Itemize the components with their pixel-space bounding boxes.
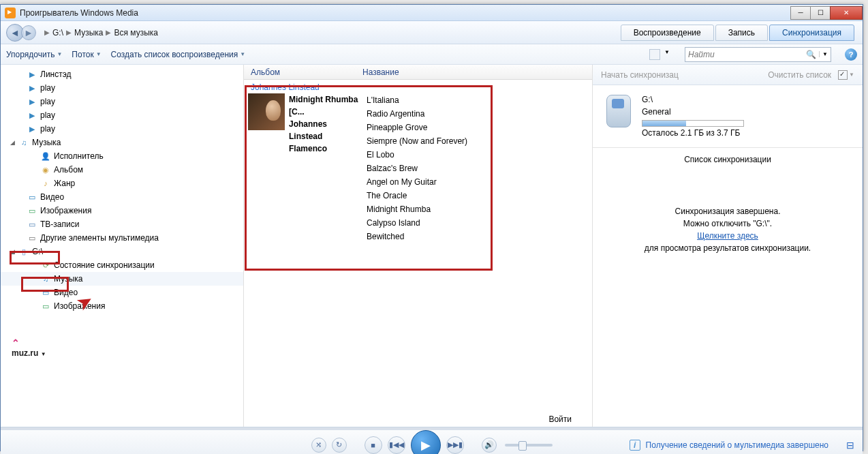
sidebar-item-genre[interactable]: ♪Жанр [1, 177, 243, 190]
tv-icon: ▭ [27, 220, 37, 229]
forward-button[interactable]: ► [21, 25, 36, 40]
column-album[interactable]: Альбом [244, 67, 360, 77]
sidebar-item-play[interactable]: ▶play [1, 81, 243, 95]
sidebar-item-device-music[interactable]: ♫Музыка [1, 272, 243, 286]
search-icon[interactable]: 🔍 [806, 50, 816, 59]
folder-icon: ▭ [27, 233, 37, 243]
sync-done-text: Синхронизация завершена. [606, 205, 849, 217]
crumb-drive[interactable]: G:\ [52, 28, 63, 37]
sidebar-item-pictures[interactable]: ▭Изображения [1, 204, 243, 217]
expand-icon[interactable]: ◢ [10, 139, 18, 146]
track-item[interactable]: Pineapple Grove [367, 121, 588, 134]
search-input[interactable] [688, 50, 806, 59]
playlist-icon: ▶ [27, 97, 37, 106]
video-icon: ▭ [40, 288, 51, 297]
sidebar-item-artist[interactable]: 👤Исполнитель [1, 149, 243, 163]
sidebar-item-linstead[interactable]: ▶Линстэд [1, 67, 243, 81]
switch-view-button[interactable]: ⊟ [846, 440, 854, 451]
sync-list-title: Список синхронизации [593, 147, 863, 171]
sync-status: Синхронизация завершена. Можно отключить… [593, 171, 863, 254]
track-item[interactable]: Bewitched [367, 230, 588, 243]
clear-list-button[interactable]: Очистить список [768, 70, 831, 80]
picture-icon: ▭ [40, 301, 51, 311]
sidebar-item-play[interactable]: ▶play [1, 108, 243, 122]
track-item[interactable]: El Lobo [367, 148, 588, 162]
sidebar-item-video[interactable]: ▭Видео [1, 190, 243, 204]
chevron-down-icon[interactable]: ▼ [664, 49, 675, 60]
sidebar-item-other[interactable]: ▭Другие элементы мультимедиа [1, 231, 243, 245]
create-playlist-button[interactable]: Создать список воспроизведения▼ [111, 50, 246, 59]
track-item[interactable]: The Oracle [367, 189, 588, 202]
person-icon: 👤 [40, 151, 51, 161]
breadcrumb[interactable]: ▶ G:\ ▶ Музыка ▶ Вся музыка [44, 28, 158, 37]
click-here-link[interactable]: Щелкните здесь [697, 231, 758, 241]
sidebar-item-syncstatus[interactable]: ⟳Состояние синхронизации [1, 258, 243, 272]
stop-button[interactable]: ■ [365, 436, 382, 454]
device-icon: ▯ [18, 247, 29, 256]
album-art[interactable] [248, 93, 285, 130]
chevron-down-icon[interactable]: ▼ [849, 72, 854, 78]
checkbox-icon[interactable] [838, 70, 848, 80]
repeat-button[interactable]: ↻ [332, 438, 347, 453]
organize-button[interactable]: Упорядочить▼ [6, 50, 62, 59]
tab-burn[interactable]: Запись [715, 25, 768, 41]
sidebar-item-play[interactable]: ▶play [1, 122, 243, 136]
device-name: G:\ [642, 93, 853, 106]
window-controls: ─ ☐ ✕ [791, 6, 863, 20]
track-list: L'ItalianaRadio ArgentinaPineapple Grove… [360, 93, 588, 243]
app-window: Проигрыватель Windows Media ─ ☐ ✕ ◄ ► ▶ … [0, 4, 863, 451]
minimize-button[interactable]: ─ [790, 6, 811, 20]
track-item[interactable]: Angel on My Guitar [367, 175, 588, 189]
shuffle-button[interactable]: ⤨ [311, 438, 326, 453]
column-title[interactable]: Название [360, 67, 592, 77]
track-item[interactable]: Radio Argentina [367, 107, 588, 121]
expand-icon[interactable]: ◢ [10, 248, 18, 255]
chevron-down-icon: ▼ [96, 51, 102, 57]
media-info-status: i Получение сведений о мультимедиа завер… [630, 440, 828, 451]
main-pane: Альбом Название Johannes Linstead Midnig… [244, 65, 593, 427]
device-type: General [642, 106, 853, 118]
picture-icon: ▭ [27, 206, 37, 215]
next-button[interactable]: ▶▶▮ [446, 436, 464, 454]
volume-slider[interactable] [505, 444, 553, 447]
sidebar-item-tv[interactable]: ▭ТВ-записи [1, 217, 243, 231]
view-icon[interactable] [649, 49, 660, 60]
search-box[interactable]: 🔍 ▼ [685, 47, 831, 62]
crumb-allmusic[interactable]: Вся музыка [114, 28, 158, 37]
sidebar-item-device-pictures[interactable]: ▭Изображения [1, 299, 243, 313]
track-item[interactable]: Calypso Island [367, 216, 588, 230]
maximize-button[interactable]: ☐ [810, 6, 831, 20]
player-bar: ⤨ ↻ ■ ▮◀◀ ▶ ▶▶▮ 🔊 i Получение сведений о… [1, 427, 863, 454]
stream-button[interactable]: Поток▼ [72, 50, 101, 59]
album-icon: ◉ [40, 165, 51, 175]
prev-button[interactable]: ▮◀◀ [388, 436, 405, 454]
album-row: Midnight Rhumba [C... Johannes Linstead … [248, 93, 588, 243]
genre-icon: ♪ [40, 179, 51, 188]
artist-link[interactable]: Johannes Linstead [248, 82, 588, 92]
column-headers: Альбом Название [244, 65, 592, 80]
body: ▶Линстэд ▶play ▶play ▶play ▶play ◢♫Музык… [1, 65, 863, 427]
playlist-icon: ▶ [27, 83, 37, 93]
track-item[interactable]: Balzac's Brew [367, 162, 588, 175]
track-item[interactable]: Midnight Rhumba [367, 202, 588, 216]
sidebar-item-play[interactable]: ▶play [1, 95, 243, 108]
tab-sync[interactable]: Синхронизация [769, 25, 854, 41]
sidebar-item-music[interactable]: ◢♫Музыка [1, 136, 243, 149]
tab-play[interactable]: Воспроизведение [621, 25, 714, 41]
track-item[interactable]: Siempre (Now and Forever) [367, 134, 588, 148]
start-sync-button[interactable]: Начать синхронизац [601, 70, 679, 80]
help-icon[interactable]: ? [845, 48, 857, 61]
mute-button[interactable]: 🔊 [482, 438, 497, 453]
chevron-down-icon[interactable]: ▼ [819, 51, 828, 57]
crumb-music[interactable]: Музыка [74, 28, 103, 37]
close-button[interactable]: ✕ [830, 6, 863, 20]
sidebar-item-album[interactable]: ◉Альбом [1, 163, 243, 177]
play-button[interactable]: ▶ [411, 430, 441, 455]
login-link[interactable]: Войти [548, 414, 572, 424]
track-item[interactable]: L'Italiana [367, 93, 588, 107]
sidebar-item-device-video[interactable]: ▭Видео [1, 286, 243, 299]
playlist-icon: ▶ [27, 110, 37, 120]
sync-disconnect-text: Можно отключить "G:\". [606, 217, 849, 230]
seek-bar[interactable] [1, 427, 863, 430]
sidebar-item-device[interactable]: ◢▯G:\ [1, 245, 243, 258]
